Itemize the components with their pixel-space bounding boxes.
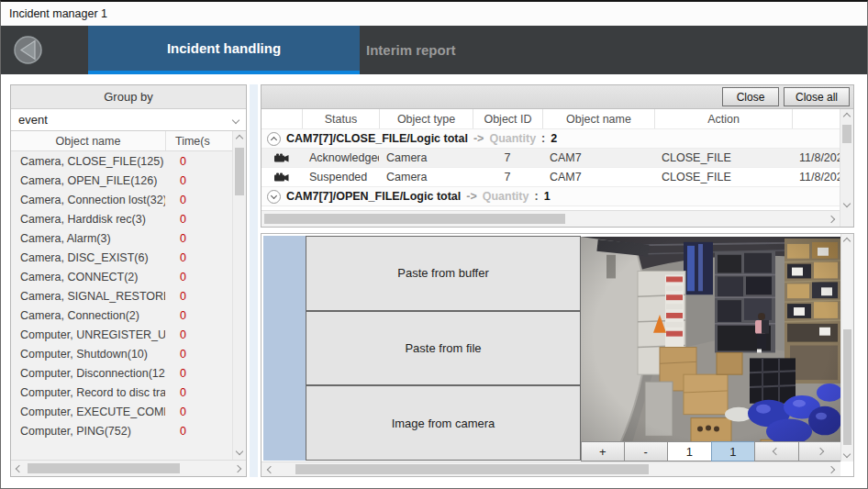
quantity-label: Quantity [489, 132, 536, 145]
scroll-left-icon[interactable] [16, 465, 23, 472]
time-cell: 0 [165, 367, 232, 380]
panel-splitter[interactable] [250, 84, 258, 477]
camera-icon [262, 172, 302, 183]
scroll-up-icon[interactable] [236, 135, 243, 142]
object-name-cell: Computer, Record to disc tra [11, 386, 165, 399]
group-row-close-file[interactable]: CAM7[7]/CLOSE_FILE/Logic total -> Quanti… [262, 129, 840, 149]
list-item[interactable]: Camera, Alarm(3) 0 [11, 228, 232, 248]
tab-label: Interim report [366, 42, 456, 58]
list-item[interactable]: Camera, DISC_EXIST(6) 0 [11, 248, 232, 267]
scrollbar-thumb[interactable] [28, 463, 180, 473]
page-current-field[interactable]: 1 [667, 441, 712, 461]
page-total-field[interactable]: 1 [711, 441, 756, 461]
expand-icon[interactable] [267, 190, 281, 204]
quantity-separator: : [534, 190, 538, 203]
time-cell: 0 [165, 290, 232, 303]
tab-incident-handling[interactable]: Incident handling [88, 26, 360, 74]
app-logo-icon[interactable] [13, 35, 43, 65]
list-item[interactable]: Camera, Harddisk rec(3) 0 [11, 209, 232, 228]
tab-label: Incident handling [167, 40, 281, 56]
incident-toolbar: Close Close all [262, 85, 853, 109]
camera-video-frame[interactable] [581, 237, 842, 461]
scroll-right-icon[interactable] [828, 466, 835, 473]
list-item[interactable]: Camera, SIGNAL_RESTORE(2 0 [11, 286, 232, 306]
list-item[interactable]: Computer, EXECUTE_COMPL 0 [11, 402, 232, 421]
column-object-id[interactable]: Object ID [473, 109, 542, 128]
time-cell: 0 [165, 425, 232, 438]
scroll-left-icon[interactable] [267, 466, 274, 473]
date-cell: 11/8/202 [792, 151, 840, 164]
column-date[interactable] [792, 109, 840, 128]
group-arrow: -> [466, 190, 476, 203]
incident-table-horizontal-scrollbar[interactable] [262, 210, 840, 227]
scroll-down-icon[interactable] [236, 448, 243, 455]
window-title: Incident manager 1 [9, 7, 107, 20]
incident-table-vertical-scrollbar[interactable] [840, 109, 853, 227]
next-frame-button[interactable] [798, 441, 843, 461]
scrollbar-thumb[interactable] [295, 464, 649, 474]
scrollbar-thumb[interactable] [842, 125, 851, 143]
column-object-name[interactable]: Object name [542, 109, 654, 128]
bottom-panel-side-strip[interactable] [263, 236, 306, 461]
tab-interim-report[interactable]: Interim report [366, 26, 476, 74]
time-cell: 0 [165, 213, 232, 226]
list-item[interactable]: Camera, CLOSE_FILE(125) 0 [11, 151, 232, 171]
app-header: Incident handling Interim report [1, 26, 867, 74]
object-name-cell: CAM7 [542, 171, 654, 183]
status-cell: Acknowledged [302, 151, 379, 164]
group-title: CAM7[7]/OPEN_FILE/Logic total [286, 190, 461, 203]
object-name-cell: Computer, Disconnection(12 [11, 367, 165, 380]
column-time[interactable]: Time(s [165, 131, 232, 150]
list-item[interactable]: Camera, CONNECT(2) 0 [11, 267, 232, 286]
scrollbar-thumb[interactable] [264, 214, 565, 224]
prev-frame-button[interactable] [754, 441, 799, 461]
zoom-in-button[interactable]: + [581, 441, 625, 461]
list-item[interactable]: Camera, OPEN_FILE(126) 0 [11, 171, 232, 190]
quantity-value: 2 [551, 132, 557, 145]
column-object-type[interactable]: Object type [379, 109, 473, 128]
paste-from-file-button[interactable]: Paste from file [306, 312, 580, 387]
evidence-panel: Paste from buffer Paste from file Image … [261, 233, 854, 477]
zoom-out-button[interactable]: - [624, 441, 669, 461]
evidence-horizontal-scrollbar[interactable] [262, 461, 840, 476]
list-item[interactable]: Computer, PING(752) 0 [11, 421, 232, 440]
incident-row[interactable]: Suspended Camera 7 CAM7 CLOSE_FILE 11/8/… [262, 168, 840, 187]
list-item[interactable]: Computer, Disconnection(12 0 [11, 363, 232, 383]
close-all-button[interactable]: Close all [784, 87, 850, 106]
scroll-up-icon[interactable] [843, 113, 851, 120]
group-by-select[interactable]: event [11, 109, 246, 131]
scrollbar-thumb[interactable] [843, 329, 851, 445]
evidence-vertical-scrollbar[interactable] [840, 234, 853, 461]
column-action[interactable]: Action [654, 109, 792, 128]
scroll-right-icon[interactable] [234, 465, 241, 472]
list-item[interactable]: Computer, Shutdown(10) 0 [11, 344, 232, 363]
time-cell: 0 [165, 174, 232, 187]
time-cell: 0 [165, 155, 232, 168]
time-cell: 0 [165, 348, 232, 361]
chevron-left-icon [773, 448, 780, 455]
paste-from-buffer-button[interactable]: Paste from buffer [306, 237, 580, 312]
list-item[interactable]: Camera, Connection lost(32) 0 [11, 190, 232, 209]
column-object-name[interactable]: Object name [11, 131, 165, 150]
incident-row[interactable]: Acknowledged Camera 7 CAM7 CLOSE_FILE 11… [262, 149, 840, 168]
scroll-down-icon[interactable] [843, 200, 851, 207]
list-item[interactable]: Computer, Record to disc tra 0 [11, 383, 232, 402]
object-name-cell: Camera, CLOSE_FILE(125) [11, 155, 165, 168]
time-cell: 0 [165, 328, 232, 341]
object-list-header[interactable]: Object name Time(s [11, 131, 232, 151]
column-status[interactable]: Status [302, 109, 379, 128]
list-vertical-scrollbar[interactable] [232, 131, 246, 460]
image-from-camera-button[interactable]: Image from camera [306, 386, 580, 460]
object-name-list: Camera, CLOSE_FILE(125) 0 Camera, OPEN_F… [11, 151, 232, 460]
object-name-cell: Camera, DISC_EXIST(6) [11, 251, 165, 264]
close-button[interactable]: Close [722, 87, 779, 106]
scroll-up-icon[interactable] [843, 238, 851, 245]
collapse-icon[interactable] [267, 132, 281, 146]
group-row-open-file[interactable]: CAM7[7]/OPEN_FILE/Logic total -> Quantit… [262, 187, 840, 206]
scroll-down-icon[interactable] [843, 450, 851, 458]
list-item[interactable]: Camera, Connection(2) 0 [11, 306, 232, 325]
scrollbar-thumb[interactable] [235, 148, 244, 195]
list-horizontal-scrollbar[interactable] [11, 460, 246, 476]
list-item[interactable]: Computer, UNREGISTER_USE 0 [11, 325, 232, 344]
scroll-right-icon[interactable] [828, 216, 835, 223]
